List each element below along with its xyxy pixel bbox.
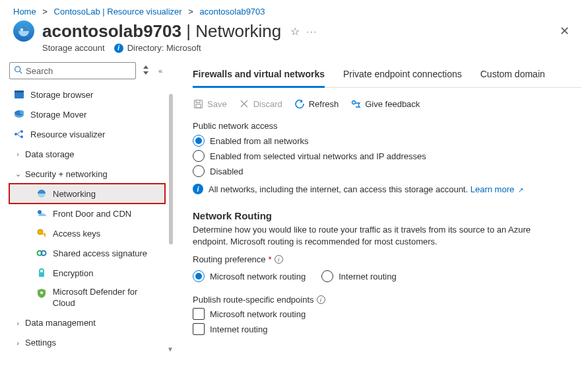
storage-mover-icon: [13, 108, 25, 120]
pna-option-selected[interactable]: Enabled from selected virtual networks a…: [193, 150, 581, 162]
refresh-icon: [294, 98, 305, 109]
svg-point-2: [15, 67, 20, 72]
routing-option-internet[interactable]: Internet routing: [321, 270, 396, 282]
radio-icon: [193, 150, 205, 162]
sidebar-item-networking[interactable]: Networking: [9, 184, 165, 204]
svg-point-1: [20, 28, 23, 31]
sidebar-item-storage-browser[interactable]: Storage browser: [9, 85, 165, 104]
learn-more-link[interactable]: Learn more ↗: [471, 184, 523, 194]
chevron-right-icon: ›: [13, 150, 22, 158]
resource-icon: [13, 20, 34, 42]
sidebar-item-security-networking[interactable]: ⌄ Security + networking: [9, 164, 165, 184]
sidebar-item-data-storage[interactable]: › Data storage: [9, 144, 165, 164]
discard-icon: [239, 98, 249, 109]
sort-icon[interactable]: [140, 63, 152, 79]
chevron-right-icon: ›: [13, 339, 22, 347]
svg-line-15: [17, 134, 20, 137]
defender-icon: [36, 287, 48, 299]
svg-point-24: [40, 291, 43, 294]
svg-rect-19: [42, 233, 46, 235]
access-keys-icon: [36, 227, 48, 239]
publish-endpoints-label: Publish route-specific endpoints i: [193, 295, 581, 305]
help-icon[interactable]: i: [317, 295, 325, 304]
sidebar-item-encryption[interactable]: Encryption: [9, 263, 165, 283]
checkbox-icon: [193, 323, 205, 335]
svg-marker-4: [143, 65, 148, 69]
front-door-icon: [36, 207, 48, 219]
pna-label: Public network access: [193, 121, 581, 131]
save-icon: [193, 98, 203, 109]
breadcrumb-resource[interactable]: acontosolab9703: [200, 7, 265, 17]
breadcrumb-home[interactable]: Home: [13, 7, 36, 17]
toolbar: Save Discard Refresh Give feedback: [193, 98, 581, 109]
chevron-right-icon: ›: [13, 319, 22, 327]
svg-line-14: [17, 131, 20, 134]
svg-rect-7: [15, 91, 24, 93]
tab-private-endpoint[interactable]: Private endpoint connections: [343, 65, 462, 87]
pna-option-all[interactable]: Enabled from all networks: [193, 135, 581, 147]
routing-pref-label: Routing preference* i: [193, 254, 581, 264]
chevron-down-icon: ⌄: [13, 170, 22, 178]
encryption-icon: [36, 267, 48, 279]
tab-firewalls[interactable]: Firewalls and virtual networks: [193, 65, 325, 88]
save-button[interactable]: Save: [193, 98, 227, 109]
search-icon: [14, 65, 22, 76]
search-input[interactable]: Search: [9, 62, 136, 79]
collapse-sidebar-icon[interactable]: «: [156, 64, 165, 77]
pna-option-disabled[interactable]: Disabled: [193, 165, 581, 177]
external-link-icon: ↗: [518, 186, 523, 194]
radio-icon: [321, 270, 333, 282]
sidebar-item-data-management[interactable]: › Data management: [9, 313, 165, 333]
routing-option-ms[interactable]: Microsoft network routing: [193, 270, 306, 282]
breadcrumb-lab[interactable]: ContosoLab | Resource visualizer: [54, 7, 182, 17]
networking-icon: [36, 188, 48, 200]
svg-rect-27: [196, 104, 201, 108]
sidebar-item-sas[interactable]: Shared access signature: [9, 243, 165, 263]
svg-point-11: [15, 133, 17, 135]
breadcrumb: Home > ContosoLab | Resource visualizer …: [0, 0, 588, 20]
tab-bar: Firewalls and virtual networks Private e…: [193, 62, 581, 88]
page-header: acontosolab9703 | Networking ☆ ··· ✕: [0, 20, 588, 44]
feedback-icon: [350, 98, 361, 109]
svg-point-17: [38, 210, 42, 214]
feedback-button[interactable]: Give feedback: [350, 98, 420, 109]
svg-point-12: [20, 130, 23, 133]
page-subtitle: Storage account i Directory: Microsoft: [0, 43, 588, 62]
sidebar-item-defender[interactable]: Microsoft Defender for Cloud: [9, 283, 165, 313]
publish-checkbox-internet[interactable]: Internet routing: [193, 323, 581, 335]
checkbox-icon: [193, 308, 205, 320]
discard-button[interactable]: Discard: [239, 98, 282, 109]
storage-browser-icon: [13, 89, 25, 100]
help-icon[interactable]: i: [275, 255, 283, 264]
scrollbar[interactable]: ▼: [165, 62, 176, 353]
pna-info: i All networks, including the internet, …: [193, 184, 581, 194]
routing-description: Determine how you would like to route yo…: [193, 224, 562, 248]
refresh-button[interactable]: Refresh: [294, 98, 339, 109]
svg-rect-23: [39, 272, 44, 277]
sidebar-item-resource-visualizer[interactable]: Resource visualizer: [9, 124, 165, 144]
more-menu-icon[interactable]: ···: [306, 26, 317, 36]
main-content: Firewalls and virtual networks Private e…: [176, 62, 588, 353]
sas-icon: [36, 247, 48, 259]
publish-checkbox-ms[interactable]: Microsoft network routing: [193, 308, 581, 320]
page-title: acontosolab9703 | Networking: [42, 21, 281, 42]
radio-icon: [193, 135, 205, 147]
info-icon: i: [193, 184, 203, 194]
routing-heading: Network Routing: [193, 210, 581, 221]
sidebar: Search « Storage browser Storage Mover R…: [0, 62, 165, 353]
favorite-star-icon[interactable]: ☆: [290, 25, 300, 38]
tab-custom-domain[interactable]: Custom domain: [480, 65, 545, 87]
sidebar-item-storage-mover[interactable]: Storage Mover: [9, 104, 165, 124]
radio-icon: [193, 270, 205, 282]
info-icon: i: [114, 44, 123, 53]
sidebar-item-access-keys[interactable]: Access keys: [9, 223, 165, 243]
close-icon[interactable]: ✕: [554, 21, 575, 41]
svg-marker-5: [143, 71, 148, 75]
svg-point-10: [20, 110, 24, 114]
svg-rect-20: [44, 235, 46, 237]
sidebar-item-front-door[interactable]: Front Door and CDN: [9, 204, 165, 223]
svg-line-3: [20, 71, 22, 73]
svg-point-30: [352, 100, 356, 104]
resource-visualizer-icon: [13, 128, 25, 140]
sidebar-item-settings[interactable]: › Settings: [9, 333, 165, 353]
